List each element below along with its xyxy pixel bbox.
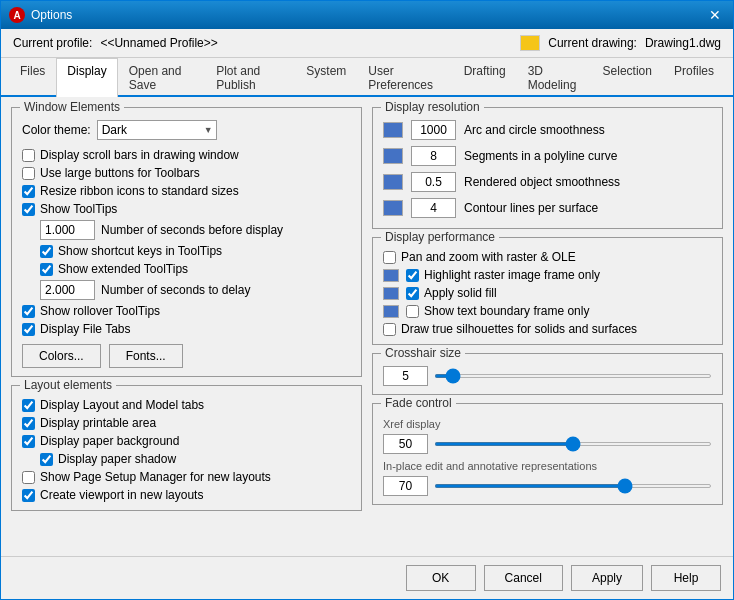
file-tabs-checkbox[interactable] [22, 323, 35, 336]
close-button[interactable]: ✕ [705, 5, 725, 25]
tab-files[interactable]: Files [9, 58, 56, 97]
crosshair-value-input[interactable] [383, 366, 428, 386]
large-buttons-checkbox[interactable] [22, 167, 35, 180]
create-viewport-checkbox[interactable] [22, 489, 35, 502]
color-theme-select[interactable]: Dark Light [97, 120, 217, 140]
title-bar-left: A Options [9, 7, 72, 23]
res-icon-1 [383, 148, 403, 164]
file-tabs-label: Display File Tabs [40, 322, 130, 336]
crosshair-slider-row [383, 366, 712, 386]
highlight-raster-icon [383, 269, 399, 282]
delay-seconds-label: Number of seconds to delay [101, 283, 250, 297]
text-boundary-icon [383, 305, 399, 318]
printable-area-row: Display printable area [22, 416, 351, 430]
apply-solid-icon [383, 287, 399, 300]
color-theme-row: Color theme: Dark Light [22, 120, 351, 140]
create-viewport-row: Create viewport in new layouts [22, 488, 351, 502]
polyline-segments-label: Segments in a polyline curve [464, 149, 617, 163]
layout-model-tabs-checkbox[interactable] [22, 399, 35, 412]
crosshair-slider[interactable] [434, 374, 712, 378]
printable-area-checkbox[interactable] [22, 417, 35, 430]
arc-smoothness-input[interactable] [411, 120, 456, 140]
tooltip-seconds-label: Number of seconds before display [101, 223, 283, 237]
show-tooltips-checkbox[interactable] [22, 203, 35, 216]
window-elements-label: Window Elements [20, 100, 124, 114]
left-panel: Window Elements Color theme: Dark Light [11, 107, 362, 546]
rendered-smoothness-label: Rendered object smoothness [464, 175, 620, 189]
apply-button[interactable]: Apply [571, 565, 643, 591]
tab-plot-publish[interactable]: Plot and Publish [205, 58, 295, 97]
colors-button[interactable]: Colors... [22, 344, 101, 368]
xref-slider[interactable] [434, 442, 712, 446]
contour-lines-label: Contour lines per surface [464, 201, 598, 215]
pan-zoom-row: Pan and zoom with raster & OLE [383, 250, 712, 264]
highlight-raster-row: Highlight raster image frame only [383, 268, 712, 282]
polyline-segments-input[interactable] [411, 146, 456, 166]
layout-model-tabs-row: Display Layout and Model tabs [22, 398, 351, 412]
inplace-value-input[interactable] [383, 476, 428, 496]
help-button[interactable]: Help [651, 565, 721, 591]
paper-shadow-checkbox[interactable] [40, 453, 53, 466]
tooltip-seconds-input[interactable] [40, 220, 95, 240]
tab-drafting[interactable]: Drafting [453, 58, 517, 97]
layout-elements-content: Display Layout and Model tabs Display pr… [22, 398, 351, 502]
tooltip-seconds-row: Number of seconds before display [40, 220, 351, 240]
fade-control-content: Xref display In-place edit and annotativ… [383, 416, 712, 496]
large-buttons-label: Use large buttons for Toolbars [40, 166, 200, 180]
xref-label: Xref display [383, 418, 712, 430]
crosshair-size-group: Crosshair size [372, 353, 723, 395]
extended-tips-label: Show extended ToolTips [58, 262, 188, 276]
text-boundary-label: Show text boundary frame only [424, 304, 589, 318]
rollover-tips-checkbox[interactable] [22, 305, 35, 318]
drawing-icon [520, 35, 540, 51]
color-theme-select-wrapper[interactable]: Dark Light [97, 120, 217, 140]
tab-3d-modeling[interactable]: 3D Modeling [517, 58, 592, 97]
shortcut-keys-label: Show shortcut keys in ToolTips [58, 244, 222, 258]
tab-system[interactable]: System [295, 58, 357, 97]
page-setup-manager-checkbox[interactable] [22, 471, 35, 484]
extended-tips-row: Show extended ToolTips [40, 262, 351, 276]
layout-elements-label: Layout elements [20, 378, 116, 392]
paper-shadow-label: Display paper shadow [58, 452, 176, 466]
xref-value-input[interactable] [383, 434, 428, 454]
res-icon-0 [383, 122, 403, 138]
show-tooltips-row: Show ToolTips [22, 202, 351, 216]
fonts-button[interactable]: Fonts... [109, 344, 183, 368]
window-elements-group: Window Elements Color theme: Dark Light [11, 107, 362, 377]
text-boundary-checkbox[interactable] [406, 305, 419, 318]
right-panel: Display resolution Arc and circle smooth… [372, 107, 723, 546]
highlight-raster-checkbox[interactable] [406, 269, 419, 282]
paper-background-label: Display paper background [40, 434, 179, 448]
tab-user-prefs[interactable]: User Preferences [357, 58, 452, 97]
current-drawing-value: Drawing1.dwg [645, 36, 721, 50]
contour-lines-input[interactable] [411, 198, 456, 218]
paper-background-checkbox[interactable] [22, 435, 35, 448]
scroll-bars-checkbox[interactable] [22, 149, 35, 162]
apply-solid-fill-row: Apply solid fill [383, 286, 712, 300]
pan-zoom-checkbox[interactable] [383, 251, 396, 264]
paper-background-row: Display paper background [22, 434, 351, 448]
apply-solid-fill-checkbox[interactable] [406, 287, 419, 300]
scroll-bars-label: Display scroll bars in drawing window [40, 148, 239, 162]
delay-seconds-input[interactable] [40, 280, 95, 300]
resize-ribbon-label: Resize ribbon icons to standard sizes [40, 184, 239, 198]
resize-ribbon-checkbox[interactable] [22, 185, 35, 198]
display-performance-label: Display performance [381, 230, 499, 244]
file-tabs-row: Display File Tabs [22, 322, 351, 336]
tab-selection[interactable]: Selection [592, 58, 663, 97]
shortcut-keys-checkbox[interactable] [40, 245, 53, 258]
extended-tips-checkbox[interactable] [40, 263, 53, 276]
pan-zoom-label: Pan and zoom with raster & OLE [401, 250, 576, 264]
ok-button[interactable]: OK [406, 565, 476, 591]
true-silhouettes-checkbox[interactable] [383, 323, 396, 336]
options-window: A Options ✕ Current profile: <<Unnamed P… [0, 0, 734, 600]
tab-display[interactable]: Display [56, 58, 117, 97]
tab-open-save[interactable]: Open and Save [118, 58, 206, 97]
color-theme-label: Color theme: [22, 123, 91, 137]
resize-ribbon-row: Resize ribbon icons to standard sizes [22, 184, 351, 198]
tab-bar: Files Display Open and Save Plot and Pub… [1, 58, 733, 97]
cancel-button[interactable]: Cancel [484, 565, 563, 591]
inplace-slider[interactable] [434, 484, 712, 488]
rendered-smoothness-input[interactable] [411, 172, 456, 192]
tab-profiles[interactable]: Profiles [663, 58, 725, 97]
